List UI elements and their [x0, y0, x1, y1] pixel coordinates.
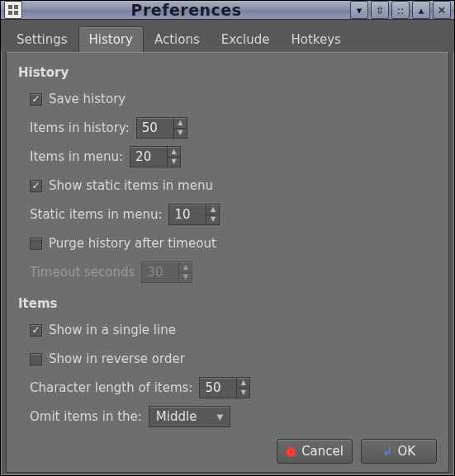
spinbox-char-length[interactable]: 50 ▲▼	[199, 377, 250, 398]
label-show-static: Show static items in menu	[49, 178, 213, 193]
preferences-window: Preferences ▾ ⇳ :: ▴ ✕ Settings History …	[0, 0, 455, 476]
spinbox-value: 30	[142, 262, 178, 282]
row-show-static: Show static items in menu	[30, 175, 437, 196]
spin-up-icon[interactable]: ▲	[206, 205, 219, 215]
dropdown-omit[interactable]: Middle ▼	[149, 406, 230, 427]
tab-history[interactable]: History	[78, 26, 144, 52]
chevron-down-icon: ▼	[216, 412, 223, 422]
ok-icon: ↲	[382, 445, 393, 458]
spinbox-value[interactable]: 50	[137, 118, 173, 138]
close-button[interactable]: ✕	[433, 1, 451, 19]
tab-actions[interactable]: Actions	[144, 26, 211, 52]
spinbox-items-in-history[interactable]: 50 ▲▼	[136, 117, 187, 139]
spin-up-icon[interactable]: ▲	[168, 147, 180, 158]
row-save-history: Save history	[30, 88, 437, 110]
ok-button-label: OK	[397, 444, 415, 459]
spinbox-value[interactable]: 20	[130, 147, 167, 167]
ok-button[interactable]: ↲ OK	[361, 439, 437, 464]
label-items-in-history: Items in history:	[30, 120, 130, 135]
label-char-length: Character length of items:	[30, 380, 192, 395]
checkbox-reverse-order[interactable]	[30, 353, 42, 365]
svg-rect-2	[8, 11, 12, 15]
row-char-length: Character length of items: 50 ▲▼	[30, 377, 437, 398]
spinbox-timeout-seconds: 30 ▲▼	[141, 262, 192, 283]
tab-panel-history: History Save history Items in history: 5…	[6, 52, 449, 473]
spin-down-icon[interactable]: ▼	[206, 215, 219, 225]
spin-up-icon[interactable]: ▲	[237, 378, 249, 389]
titlebar: Preferences ▾ ⇳ :: ▴ ✕	[1, 1, 454, 20]
shade-up-button[interactable]: ⇳	[371, 1, 389, 19]
sticky-button[interactable]: ::	[391, 1, 410, 19]
tab-hotkeys[interactable]: Hotkeys	[280, 26, 351, 52]
spin-down-icon[interactable]: ▼	[237, 389, 249, 398]
label-items-in-menu: Items in menu:	[30, 149, 123, 164]
spin-down-icon[interactable]: ▼	[174, 129, 187, 139]
spinbox-items-in-menu[interactable]: 20 ▲▼	[130, 146, 181, 167]
spin-up-icon[interactable]: ▲	[174, 118, 187, 129]
checkbox-show-static[interactable]	[30, 180, 42, 192]
tab-settings[interactable]: Settings	[6, 26, 78, 52]
spin-down-icon: ▼	[179, 273, 192, 283]
dialog-buttons: ● Cancel ↲ OK	[18, 427, 437, 464]
cancel-button-label: Cancel	[301, 444, 344, 459]
row-items-in-history: Items in history: 50 ▲▼	[30, 117, 437, 139]
cancel-button[interactable]: ● Cancel	[277, 439, 353, 464]
dropdown-selected: Middle	[156, 409, 197, 424]
section-title-items: Items	[18, 296, 437, 311]
checkbox-single-line[interactable]	[30, 324, 42, 337]
spin-down-icon[interactable]: ▼	[168, 158, 180, 167]
spinbox-value[interactable]: 10	[169, 205, 206, 224]
row-omit: Omit items in the: Middle ▼	[30, 406, 437, 427]
label-save-history: Save history	[49, 92, 126, 106]
svg-rect-3	[14, 11, 18, 15]
checkbox-purge-after-timeout[interactable]	[30, 238, 42, 250]
label-reverse-order: Show in reverse order	[49, 351, 185, 366]
row-single-line: Show in a single line	[30, 319, 437, 341]
svg-rect-0	[8, 5, 12, 9]
app-icon	[4, 1, 22, 19]
row-items-in-menu: Items in menu: 20 ▲▼	[30, 146, 437, 167]
row-timeout-seconds: Timeout seconds 30 ▲▼	[30, 262, 437, 283]
shade-down-button[interactable]: ▾	[350, 1, 368, 19]
window-title: Preferences	[27, 1, 345, 19]
row-purge-after-timeout: Purge history after timeout	[30, 233, 437, 254]
spin-up-icon: ▲	[179, 262, 192, 273]
checkbox-save-history[interactable]	[30, 93, 42, 106]
label-timeout-seconds: Timeout seconds	[30, 265, 135, 280]
row-static-items-in-menu: Static items in menu: 10 ▲▼	[30, 204, 437, 225]
svg-rect-1	[14, 5, 18, 9]
label-purge-after-timeout: Purge history after timeout	[49, 236, 216, 251]
section-title-history: History	[18, 65, 437, 80]
label-omit: Omit items in the:	[30, 409, 142, 424]
spinbox-static-items-in-menu[interactable]: 10 ▲▼	[168, 204, 220, 225]
window-controls: ▾ ⇳ :: ▴ ✕	[350, 1, 451, 19]
tab-bar: Settings History Actions Exclude Hotkeys	[1, 20, 454, 52]
cancel-icon: ●	[286, 445, 296, 458]
tab-exclude[interactable]: Exclude	[211, 26, 281, 52]
maximize-button[interactable]: ▴	[412, 1, 430, 19]
row-reverse-order: Show in reverse order	[30, 348, 437, 370]
label-single-line: Show in a single line	[49, 323, 176, 337]
label-static-items-in-menu: Static items in menu:	[30, 207, 162, 222]
spinbox-value[interactable]: 50	[200, 378, 236, 398]
